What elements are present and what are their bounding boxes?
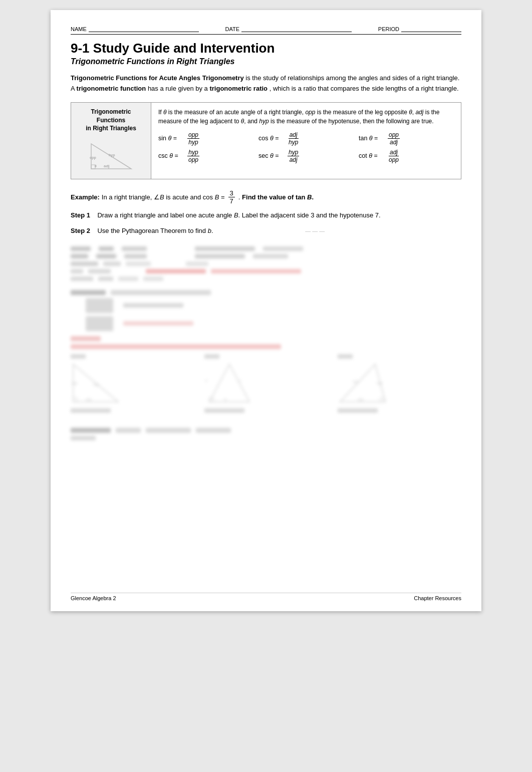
name-label: NAME xyxy=(71,26,87,32)
blurred-math-block xyxy=(71,246,461,281)
formula-sec-label: sec θ = xyxy=(258,152,285,159)
name-field: NAME xyxy=(71,25,199,32)
svg-marker-11 xyxy=(209,364,249,402)
def-label-line2: in Right Triangles xyxy=(86,125,136,132)
intro-text2: has a rule given by a xyxy=(148,85,210,92)
exercise-triangles: adj opp hyp b a c xyxy=(71,354,461,413)
formula-sin-den: hyp xyxy=(187,139,199,146)
formula-cot-label: cot θ = xyxy=(359,152,385,159)
triangle-fig-1: adj opp hyp xyxy=(71,354,194,413)
formula-tan-label: tan θ = xyxy=(359,135,385,142)
formula-csc: csc θ = hyp opp xyxy=(158,149,253,163)
example-fraction-den: 7 xyxy=(228,197,235,205)
formula-sec-num: hyp xyxy=(288,149,299,156)
footer-left: Glencoe Algebra 2 xyxy=(71,595,116,601)
svg-text:opp: opp xyxy=(377,381,383,385)
intro-bold2: trigonometric ratio xyxy=(209,85,268,92)
intro-bold1: trigonometric function xyxy=(77,85,146,92)
def-box-text: If θ is the measure of an acute angle of… xyxy=(158,108,454,126)
intro-bold-start: Trigonometric Functions for Acute Angles… xyxy=(71,74,244,82)
step2-label: Step 2 xyxy=(71,227,90,234)
formula-csc-num: hyp xyxy=(187,149,199,156)
svg-text:adj: adj xyxy=(104,164,110,168)
step2-blur-hint: — — — xyxy=(305,228,325,234)
footer-right: Chapter Resources xyxy=(414,595,461,601)
formula-sin-num: opp xyxy=(187,131,199,139)
period-label: PERIOD xyxy=(378,26,399,32)
formula-sin-label: sin θ = xyxy=(158,135,184,142)
formula-tan-num: opp xyxy=(388,131,400,139)
formula-csc-label: csc θ = xyxy=(158,152,184,159)
formula-csc-fraction: hyp opp xyxy=(187,149,199,163)
example-text1: In a right triangle, ∠B is acute and cos… xyxy=(102,193,225,201)
svg-text:a: a xyxy=(205,379,207,382)
example-fraction-num: 3 xyxy=(228,189,235,198)
def-box-label: Trigonometric Functions in Right Triangl… xyxy=(77,108,145,174)
trig-formulas: sin θ = opp hyp cos θ = adj hyp tan θ = xyxy=(158,131,454,163)
intro-text3: , which is a ratio that compares the sid… xyxy=(270,85,459,92)
triangle-fig-3: adj opp hyp xyxy=(338,354,461,413)
formula-cos-label: cos θ = xyxy=(258,135,285,142)
svg-text:adj: adj xyxy=(358,397,363,402)
formula-sec-den: adj xyxy=(289,156,299,163)
svg-text:hyp: hyp xyxy=(93,383,99,387)
svg-text:hyp: hyp xyxy=(353,380,358,384)
period-field: PERIOD xyxy=(378,25,461,32)
svg-text:opp: opp xyxy=(90,156,96,160)
def-box-left: Trigonometric Functions in Right Triangl… xyxy=(71,103,151,179)
step1-line: Step 1 Draw a right triangle and label o… xyxy=(71,210,461,221)
step1-text: Draw a right triangle and label one acut… xyxy=(92,211,381,219)
svg-rect-7 xyxy=(73,398,77,402)
formula-cos-fraction: adj hyp xyxy=(288,131,299,146)
formula-cot: cot θ = adj opp xyxy=(359,149,454,163)
blurred-lower-section: adj opp hyp b a c xyxy=(71,246,461,440)
sub-title: Trigonometric Functions in Right Triangl… xyxy=(71,57,461,66)
formula-cos: cos θ = adj hyp xyxy=(258,131,354,146)
svg-text:b: b xyxy=(224,397,227,402)
svg-text:adj: adj xyxy=(86,397,91,402)
formula-tan-den: adj xyxy=(389,139,399,146)
svg-text:θ: θ xyxy=(95,164,97,168)
svg-text:hyp: hyp xyxy=(109,153,115,157)
header-bar: NAME DATE PERIOD xyxy=(71,25,461,35)
date-label: DATE xyxy=(225,26,240,32)
formula-sec: sec θ = hyp adj xyxy=(258,149,354,163)
formula-cot-num: adj xyxy=(389,149,399,156)
svg-text:c: c xyxy=(239,379,241,382)
formula-tan: tan θ = opp adj xyxy=(359,131,454,146)
example-fraction: 3 7 xyxy=(228,189,235,205)
date-underline[interactable] xyxy=(241,25,352,32)
page: NAME DATE PERIOD 9-1 Study Guide and Int… xyxy=(51,10,481,611)
blurred-exercises xyxy=(71,336,461,349)
step1-label: Step 1 xyxy=(71,211,90,219)
step2-text: Use the Pythagorean Theorem to find b. xyxy=(92,227,213,234)
formula-cot-fraction: adj opp xyxy=(388,149,400,163)
blurred-bottom-text xyxy=(71,428,461,440)
date-field: DATE xyxy=(225,25,352,32)
blurred-step-block1 xyxy=(71,290,461,331)
example-label: Example: xyxy=(71,193,100,201)
name-underline[interactable] xyxy=(89,25,199,32)
formula-cot-den: opp xyxy=(388,156,400,163)
footer: Glencoe Algebra 2 Chapter Resources xyxy=(71,593,461,601)
intro-paragraph: Trigonometric Functions for Acute Angles… xyxy=(71,73,461,94)
formula-sin-fraction: opp hyp xyxy=(187,131,199,146)
definition-box: Trigonometric Functions in Right Triangl… xyxy=(71,102,461,179)
formula-cos-den: hyp xyxy=(288,139,299,146)
svg-rect-17 xyxy=(380,398,384,402)
main-title: 9-1 Study Guide and Intervention xyxy=(71,41,461,56)
example-text3: . Find the value of tan B. xyxy=(238,193,314,201)
example-line: Example: In a right triangle, ∠B is acut… xyxy=(71,189,461,205)
period-underline[interactable] xyxy=(401,25,461,32)
svg-text:opp: opp xyxy=(72,381,78,385)
def-label-line1: Trigonometric Functions xyxy=(91,108,131,124)
formula-csc-den: opp xyxy=(187,156,199,163)
step2-line: Step 2 Use the Pythagorean Theorem to fi… xyxy=(71,226,461,236)
triangle-fig-2: b a c xyxy=(204,354,328,413)
formula-sin: sin θ = opp hyp xyxy=(158,131,253,146)
formula-tan-fraction: opp adj xyxy=(388,131,400,146)
formula-cos-num: adj xyxy=(289,131,299,139)
def-box-right: If θ is the measure of an acute angle of… xyxy=(151,103,461,179)
formula-sec-fraction: hyp adj xyxy=(288,149,299,163)
triangle-diagram: adj opp hyp θ xyxy=(89,141,134,171)
